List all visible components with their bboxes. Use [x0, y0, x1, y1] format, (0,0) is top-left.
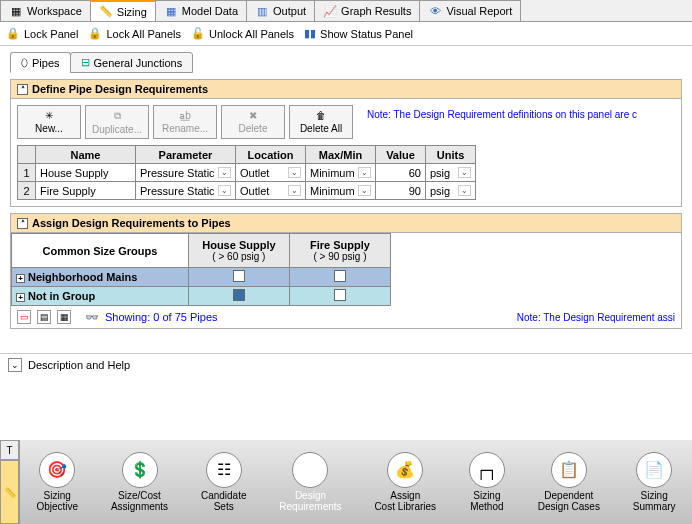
dropdown-arrow-icon[interactable]: ⌄ [218, 167, 231, 178]
dropdown-arrow-icon[interactable]: ⌄ [458, 185, 471, 196]
col-location[interactable]: Location [236, 146, 306, 164]
view-mode-icon-1[interactable]: ▭ [17, 310, 31, 324]
group-row-not-in-group: +Not in Group [12, 287, 391, 306]
group-cell[interactable]: +Neighborhood Mains [12, 268, 189, 287]
value: Pressure Static [140, 167, 215, 179]
view-mode-icon-3[interactable]: ▦ [57, 310, 71, 324]
nav-candidate-sets[interactable]: ☷Candidate Sets [201, 452, 247, 512]
dropdown-arrow-icon[interactable]: ⌄ [218, 185, 231, 196]
cell-units[interactable]: psig⌄ [426, 164, 476, 182]
checkbox[interactable] [334, 270, 346, 282]
define-requirements-panel: ˄ Define Pipe Design Requirements ✳New..… [10, 79, 682, 207]
filter-icon[interactable]: 👓 [85, 311, 99, 324]
show-status-button[interactable]: ▮▮Show Status Panel [304, 27, 413, 40]
unlock-all-button[interactable]: 🔓Unlock All Panels [191, 27, 294, 40]
list-icon: ☷ [206, 452, 242, 488]
nav-design-requirements[interactable]: ⟨x⟩Design Requirements [279, 452, 341, 512]
nav-sizing-method[interactable]: ┌┐Sizing Method [469, 452, 505, 512]
panel-title: Assign Design Requirements to Pipes [32, 217, 231, 229]
cell-location[interactable]: Outlet⌄ [236, 164, 306, 182]
dropdown-arrow-icon[interactable]: ⌄ [358, 185, 371, 196]
cell-name[interactable]: Fire Supply [36, 182, 136, 200]
cell-parameter[interactable]: Pressure Static⌄ [136, 182, 236, 200]
nav-size-cost[interactable]: 💲Size/Cost Assignments [111, 452, 168, 512]
library-icon: 💰 [387, 452, 423, 488]
checkbox[interactable] [233, 270, 245, 282]
delete-button[interactable]: ✖Delete [221, 105, 285, 139]
col-groups[interactable]: Common Size Groups [12, 234, 189, 268]
col-parameter[interactable]: Parameter [136, 146, 236, 164]
group-cell[interactable]: +Not in Group [12, 287, 189, 306]
tab-workspace[interactable]: ▦Workspace [0, 0, 91, 21]
expand-button[interactable]: + [16, 293, 25, 302]
tab-output[interactable]: ▥Output [246, 0, 315, 21]
lock-panel-button[interactable]: 🔒Lock Panel [6, 27, 78, 40]
sublabel: ( > 60 psig ) [193, 251, 285, 262]
nav-assign-cost[interactable]: 💰Assign Cost Libraries [374, 452, 436, 512]
lock-all-button[interactable]: 🔒Lock All Panels [88, 27, 181, 40]
col-maxmin[interactable]: Max/Min [306, 146, 376, 164]
cell-value[interactable]: 60 [376, 164, 426, 182]
nav-sizing-summary[interactable]: 📄Sizing Summary [633, 452, 676, 512]
rail-text-tool[interactable]: T [0, 440, 19, 460]
label: Unlock All Panels [209, 28, 294, 40]
rename-icon: a͟b [179, 110, 191, 121]
dropdown-arrow-icon[interactable]: ⌄ [358, 167, 371, 178]
cell-units[interactable]: psig⌄ [426, 182, 476, 200]
cases-icon: 📋 [551, 452, 587, 488]
cell-location[interactable]: Outlet⌄ [236, 182, 306, 200]
label: Delete All [300, 123, 342, 134]
panel-note: Note: The Design Requirement definitions… [359, 99, 637, 145]
dropdown-arrow-icon[interactable]: ⌄ [458, 167, 471, 178]
cell-parameter[interactable]: Pressure Static⌄ [136, 164, 236, 182]
value: Pressure Static [140, 185, 215, 197]
value: psig [430, 185, 450, 197]
tab-model-data[interactable]: ▦Model Data [155, 0, 247, 21]
col-value[interactable]: Value [376, 146, 426, 164]
cell-value[interactable]: 90 [376, 182, 426, 200]
cell-maxmin[interactable]: Minimum⌄ [306, 182, 376, 200]
view-mode-icon-2[interactable]: ▤ [37, 310, 51, 324]
angle-x-icon: ⟨x⟩ [292, 452, 328, 488]
tab-graph-results[interactable]: 📈Graph Results [314, 0, 420, 21]
cell-name[interactable]: House Supply [36, 164, 136, 182]
workspace-icon: ▦ [9, 4, 23, 18]
value: Outlet [240, 185, 269, 197]
panel-header: ˄ Assign Design Requirements to Pipes [11, 214, 681, 233]
nav-sizing-objective[interactable]: 🎯Sizing Objective [36, 452, 78, 512]
dropdown-arrow-icon[interactable]: ⌄ [288, 185, 301, 196]
dropdown-arrow-icon[interactable]: ⌄ [288, 167, 301, 178]
rename-button[interactable]: a͟bRename... [153, 105, 217, 139]
delete-all-icon: 🗑 [316, 110, 326, 121]
checkbox[interactable] [334, 289, 346, 301]
col-name[interactable]: Name [36, 146, 136, 164]
rail-ruler-tool[interactable]: 📏 [0, 460, 19, 524]
flow-icon: ┌┐ [469, 452, 505, 488]
delete-all-button[interactable]: 🗑Delete All [289, 105, 353, 139]
col-house-supply[interactable]: House Supply( > 60 psig ) [188, 234, 289, 268]
expand-button[interactable]: + [16, 274, 25, 283]
description-dropdown[interactable]: ⌄ [8, 358, 22, 372]
label: Candidate Sets [201, 490, 247, 512]
value: Minimum [310, 185, 355, 197]
status-icon: ▮▮ [304, 27, 316, 40]
cell-maxmin[interactable]: Minimum⌄ [306, 164, 376, 182]
col-units[interactable]: Units [426, 146, 476, 164]
new-button[interactable]: ✳New... [17, 105, 81, 139]
nav-dependent-cases[interactable]: 📋Dependent Design Cases [538, 452, 600, 512]
collapse-button[interactable]: ˄ [17, 218, 28, 229]
tab-sizing[interactable]: 📏Sizing [90, 0, 156, 21]
duplicate-button[interactable]: ⧉Duplicate... [85, 105, 149, 139]
subtab-general-junctions[interactable]: ⊟General Junctions [70, 52, 194, 73]
subtab-pipes[interactable]: ⬯Pipes [10, 52, 71, 73]
status-note: Note: The Design Requirement assi [517, 312, 675, 323]
col-fire-supply[interactable]: Fire Supply( > 90 psig ) [289, 234, 390, 268]
label: Size/Cost Assignments [111, 490, 168, 512]
collapse-button[interactable]: ˄ [17, 84, 28, 95]
target-icon: 🎯 [39, 452, 75, 488]
row-index[interactable]: 2 [18, 182, 36, 200]
row-index[interactable]: 1 [18, 164, 36, 182]
label: Design Requirements [279, 490, 341, 512]
checkbox[interactable] [233, 289, 245, 301]
tab-visual-report[interactable]: 👁Visual Report [419, 0, 521, 21]
